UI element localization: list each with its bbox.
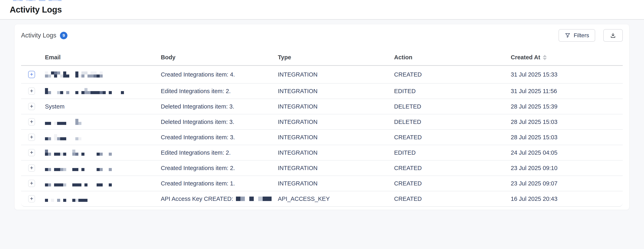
type-cell: INTEGRATION (278, 88, 394, 94)
body-cell: Edited Integrations item: 2. (161, 88, 278, 94)
table-row: + Edited Integrations item: 2. INTEGRATI… (21, 145, 623, 160)
expand-row-button[interactable]: + (28, 118, 35, 126)
expand-row-button[interactable]: + (28, 149, 35, 156)
email-cell (45, 72, 161, 78)
filters-button-label: Filters (574, 32, 589, 39)
filters-button[interactable]: Filters (558, 29, 595, 42)
count-badge: 9 (60, 32, 68, 39)
table-row: + Created Integrations item: 2. INTEGRAT… (21, 160, 623, 176)
email-cell (45, 180, 161, 186)
action-cell: DELETED (394, 103, 511, 110)
expand-cell: + (21, 180, 45, 187)
action-cell: EDITED (394, 150, 511, 156)
created-at-cell: 28 Jul 2025 15:03 (511, 134, 623, 141)
email-cell (45, 165, 161, 171)
expand-row-button[interactable]: + (28, 71, 35, 78)
expand-row-button[interactable]: + (28, 134, 35, 141)
main-content: Activity Logs 9 Filters (0, 20, 644, 210)
expand-row-button[interactable]: + (28, 195, 35, 202)
sort-icon (543, 55, 547, 60)
action-cell: CREATED (394, 196, 511, 202)
type-cell: API_ACCESS_KEY (278, 196, 394, 202)
created-at-cell: 28 Jul 2025 15:03 (511, 119, 623, 125)
page-title: Activity Logs (10, 5, 62, 14)
activity-logs-table: Email Body Type Action Created At (21, 42, 623, 207)
email-cell (45, 134, 161, 140)
type-cell: INTEGRATION (278, 119, 394, 125)
table-row: + API Access Key CREATED: API_ACCESS_KEY… (21, 191, 623, 207)
created-at-cell: 31 Jul 2025 11:56 (511, 88, 623, 94)
action-cell: CREATED (394, 71, 511, 78)
table-row: + Created Integrations item: 1. INTEGRAT… (21, 176, 623, 191)
body-cell: Edited Integrations item: 2. (161, 150, 278, 156)
table-row: + Created Integrations item: 3. INTEGRAT… (21, 130, 623, 145)
expand-cell: + (21, 103, 45, 110)
expand-cell: + (21, 118, 45, 126)
body-cell: Created Integrations item: 2. (161, 165, 278, 172)
expand-row-button[interactable]: + (28, 164, 35, 172)
created-at-cell: 28 Jul 2025 15:39 (511, 103, 623, 110)
download-icon (610, 32, 616, 39)
action-cell: EDITED (394, 88, 511, 94)
body-cell: Deleted Integrations item: 3. (161, 103, 278, 110)
action-cell: DELETED (394, 119, 511, 125)
expand-cell: + (21, 164, 45, 172)
plus-icon: + (30, 165, 33, 171)
column-header-action: Action (394, 54, 511, 61)
topbar-redacted-breadcrumb (13, 0, 65, 1)
card-actions: Filters (558, 29, 623, 42)
column-header-email: Email (45, 54, 161, 61)
column-header-body: Body (161, 54, 278, 61)
plus-icon: + (30, 180, 33, 186)
expand-row-button[interactable]: + (28, 180, 35, 187)
created-at-cell: 24 Jul 2025 04:05 (511, 150, 623, 156)
expand-row-button[interactable]: + (28, 103, 35, 110)
column-header-type: Type (278, 54, 394, 61)
created-at-sort-control[interactable]: Created At (511, 54, 619, 61)
expand-cell: + (21, 195, 45, 202)
type-cell: INTEGRATION (278, 180, 394, 187)
top-bar: Activity Logs (0, 0, 644, 20)
expand-cell: + (21, 134, 45, 141)
plus-icon: + (30, 134, 33, 140)
activity-logs-card: Activity Logs 9 Filters (14, 24, 630, 210)
email-cell (45, 88, 161, 94)
created-at-cell: 23 Jul 2025 09:10 (511, 165, 623, 172)
export-button[interactable] (603, 29, 623, 42)
email-cell (45, 196, 161, 202)
type-cell: INTEGRATION (278, 71, 394, 78)
expand-cell: + (21, 149, 45, 156)
action-cell: CREATED (394, 165, 511, 172)
card-title-wrap: Activity Logs 9 (21, 32, 68, 39)
created-at-cell: 23 Jul 2025 09:07 (511, 180, 623, 187)
body-cell: API Access Key CREATED: (161, 196, 278, 202)
body-cell: Created Integrations item: 3. (161, 134, 278, 141)
table-body: + Created Integrations item: 4. INTEGRAT… (21, 66, 623, 207)
table-row: + Created Integrations item: 4. INTEGRAT… (21, 66, 623, 84)
card-title: Activity Logs (21, 32, 56, 39)
email-cell: System (45, 103, 161, 110)
table-row: + Edited Integrations item: 2. INTEGRATI… (21, 84, 623, 99)
plus-icon: + (30, 119, 33, 124)
expand-cell: + (21, 88, 45, 95)
plus-icon: + (30, 88, 33, 94)
expand-row-button[interactable]: + (28, 88, 35, 95)
expand-cell: + (21, 71, 45, 78)
type-cell: INTEGRATION (278, 103, 394, 110)
plus-icon: + (30, 72, 33, 77)
plus-icon: + (30, 196, 33, 202)
table-row: + Deleted Integrations item: 3. INTEGRAT… (21, 114, 623, 130)
email-cell (45, 150, 161, 156)
created-at-cell: 16 Jul 2025 20:43 (511, 196, 623, 202)
type-cell: INTEGRATION (278, 150, 394, 156)
table-row: + System Deleted Integrations item: 3. I… (21, 99, 623, 114)
action-cell: CREATED (394, 180, 511, 187)
column-header-created-at: Created At (511, 54, 623, 61)
action-cell: CREATED (394, 134, 511, 141)
plus-icon: + (30, 150, 33, 155)
filter-funnel-icon (564, 32, 571, 38)
type-cell: INTEGRATION (278, 134, 394, 141)
body-cell: Created Integrations item: 4. (161, 71, 278, 78)
created-at-cell: 31 Jul 2025 15:33 (511, 71, 623, 78)
plus-icon: + (30, 104, 33, 109)
